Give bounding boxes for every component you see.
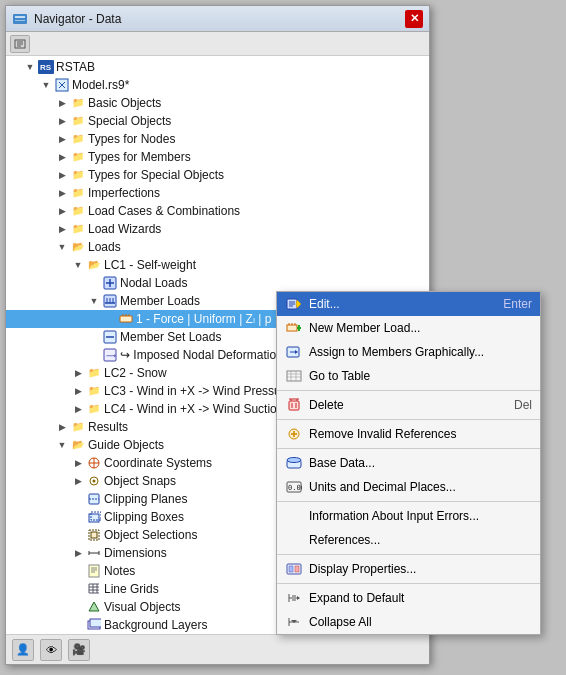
rstab-label: RSTAB <box>56 58 95 76</box>
ctx-display-props[interactable]: Display Properties... <box>277 557 540 581</box>
lc4-label: LC4 - Wind in +X -> Wind Suction <box>104 400 283 418</box>
tree-item-types-nodes[interactable]: ▶ 📁 Types for Nodes <box>6 130 429 148</box>
lc2-label: LC2 - Snow <box>104 364 167 382</box>
lc3-icon: 📁 <box>86 383 102 399</box>
folder-basic-icon: 📁 <box>70 95 86 111</box>
go-to-table-label: Go to Table <box>309 369 532 383</box>
ctx-collapse-all[interactable]: Collapse All <box>277 610 540 634</box>
expand-types-nodes[interactable]: ▶ <box>54 131 70 147</box>
expand-coord[interactable]: ▶ <box>70 455 86 471</box>
ctx-delete[interactable]: Delete Del <box>277 393 540 417</box>
base-data-label: Base Data... <box>309 456 532 470</box>
eye-button[interactable]: 👁 <box>40 639 62 661</box>
video-button[interactable]: 🎥 <box>68 639 90 661</box>
ctx-remove-invalid[interactable]: Remove Invalid References <box>277 422 540 446</box>
expand-lc1[interactable]: ▼ <box>70 257 86 273</box>
folder-types-nodes-icon: 📁 <box>70 131 86 147</box>
imposed-icon: ⟿ <box>102 347 118 363</box>
load-item-icon <box>118 311 134 327</box>
folder-types-special-icon: 📁 <box>70 167 86 183</box>
window-title: Navigator - Data <box>34 12 121 26</box>
expand-results[interactable]: ▶ <box>54 419 70 435</box>
delete-shortcut: Del <box>514 398 532 412</box>
tree-item-imperfections[interactable]: ▶ 📁 Imperfections <box>6 184 429 202</box>
table-icon <box>285 368 303 384</box>
ctx-base-data[interactable]: Base Data... <box>277 451 540 475</box>
tree-item-types-special[interactable]: ▶ 📁 Types for Special Objects <box>6 166 429 184</box>
expand-snaps[interactable]: ▶ <box>70 473 86 489</box>
visual-icon <box>86 599 102 615</box>
expand-dimensions[interactable]: ▶ <box>70 545 86 561</box>
tree-item-special-objects[interactable]: ▶ 📁 Special Objects <box>6 112 429 130</box>
svg-rect-2 <box>15 20 25 21</box>
units-label: Units and Decimal Places... <box>309 480 532 494</box>
basic-objects-label: Basic Objects <box>88 94 161 112</box>
expand-imperfections[interactable]: ▶ <box>54 185 70 201</box>
ctx-edit[interactable]: Edit... Enter <box>277 292 540 316</box>
ctx-references[interactable]: References... <box>277 528 540 552</box>
tree-item-load-cases[interactable]: ▶ 📁 Load Cases & Combinations <box>6 202 429 220</box>
expand-load-wizards[interactable]: ▶ <box>54 221 70 237</box>
tree-item-loads[interactable]: ▼ 📂 Loads <box>6 238 429 256</box>
svg-rect-20 <box>120 316 132 322</box>
assign-graphically-label: Assign to Members Graphically... <box>309 345 532 359</box>
coord-icon <box>86 455 102 471</box>
expand-special[interactable]: ▶ <box>54 113 70 129</box>
expand-lc4[interactable]: ▶ <box>70 401 86 417</box>
imposed-nodal-label: ↪ Imposed Nodal Deformations <box>120 346 289 364</box>
expand-basic[interactable]: ▶ <box>54 95 70 111</box>
svg-marker-60 <box>296 300 301 308</box>
ctx-units[interactable]: 0.00 Units and Decimal Places... <box>277 475 540 499</box>
person-button[interactable]: 👤 <box>12 639 34 661</box>
expand-lc3[interactable]: ▶ <box>70 383 86 399</box>
lc1-icon: 📂 <box>86 257 102 273</box>
expand-model[interactable]: ▼ <box>38 77 54 93</box>
ctx-go-to-table[interactable]: Go to Table <box>277 364 540 388</box>
expand-lc2[interactable]: ▶ <box>70 365 86 381</box>
toolbar-btn-1[interactable] <box>10 35 30 53</box>
expand-rstab[interactable]: ▼ <box>22 59 38 75</box>
ctx-new-member-load[interactable]: New Member Load... <box>277 316 540 340</box>
expand-types-members[interactable]: ▶ <box>54 149 70 165</box>
svg-rect-75 <box>289 401 299 410</box>
references-icon <box>285 532 303 548</box>
ctx-assign-graphically[interactable]: Assign to Members Graphically... <box>277 340 540 364</box>
member-set-loads-label: Member Set Loads <box>120 328 221 346</box>
expand-member-loads[interactable]: ▼ <box>86 293 102 309</box>
results-label: Results <box>88 418 128 436</box>
lc2-icon: 📁 <box>86 365 102 381</box>
bottom-toolbar: 👤 👁 🎥 <box>6 634 429 664</box>
references-label: References... <box>309 533 532 547</box>
background-layers-label: Background Layers <box>104 616 207 634</box>
input-errors-label: Information About Input Errors... <box>309 509 532 523</box>
ctx-input-errors[interactable]: Information About Input Errors... <box>277 504 540 528</box>
ctx-expand-default[interactable]: Expand to Default <box>277 586 540 610</box>
tree-item-model[interactable]: ▼ Model.rs9* <box>6 76 429 94</box>
tree-item-lc1[interactable]: ▼ 📂 LC1 - Self-weight <box>6 256 429 274</box>
svg-point-32 <box>93 480 96 483</box>
nodal-loads-label: Nodal Loads <box>120 274 187 292</box>
tree-item-nodal-loads[interactable]: Nodal Loads <box>6 274 429 292</box>
expand-guide[interactable]: ▼ <box>54 437 70 453</box>
expand-load-cases[interactable]: ▶ <box>54 203 70 219</box>
member-loads-label: Member Loads <box>120 292 200 310</box>
remove-invalid-label: Remove Invalid References <box>309 427 532 441</box>
tree-item-load-wizards[interactable]: ▶ 📁 Load Wizards <box>6 220 429 238</box>
folder-loads-icon: 📂 <box>70 239 86 255</box>
close-button[interactable]: ✕ <box>405 10 423 28</box>
svg-marker-93 <box>297 596 300 600</box>
display-props-icon <box>285 561 303 577</box>
tree-item-basic-objects[interactable]: ▶ 📁 Basic Objects <box>6 94 429 112</box>
expand-types-special[interactable]: ▶ <box>54 167 70 183</box>
snaps-icon <box>86 473 102 489</box>
edit-icon <box>285 296 303 312</box>
tree-item-types-members[interactable]: ▶ 📁 Types for Members <box>6 148 429 166</box>
title-bar-left: Navigator - Data <box>12 11 121 27</box>
display-props-label: Display Properties... <box>309 562 532 576</box>
window-icon <box>12 11 28 27</box>
folder-special-icon: 📁 <box>70 113 86 129</box>
tree-item-rstab[interactable]: ▼ RS RSTAB <box>6 58 429 76</box>
edit-label: Edit... <box>309 297 497 311</box>
expand-loads[interactable]: ▼ <box>54 239 70 255</box>
svg-rect-42 <box>89 565 99 577</box>
